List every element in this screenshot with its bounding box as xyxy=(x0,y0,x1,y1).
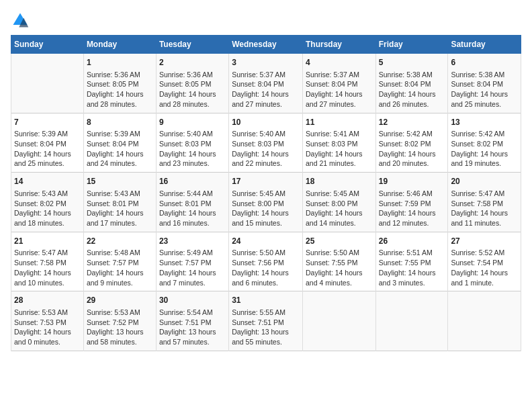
calendar-week-row: 14Sunrise: 5:43 AM Sunset: 8:02 PM Dayli… xyxy=(11,173,521,232)
weekday-header-row: SundayMondayTuesdayWednesdayThursdayFrid… xyxy=(11,36,521,54)
calendar-cell: 10Sunrise: 5:40 AM Sunset: 8:03 PM Dayli… xyxy=(229,113,303,173)
day-info: Sunrise: 5:53 AM Sunset: 7:53 PM Dayligh… xyxy=(14,308,81,347)
day-info: Sunrise: 5:50 AM Sunset: 7:55 PM Dayligh… xyxy=(306,248,373,287)
calendar-cell: 18Sunrise: 5:45 AM Sunset: 8:00 PM Dayli… xyxy=(302,173,375,232)
day-info: Sunrise: 5:47 AM Sunset: 7:58 PM Dayligh… xyxy=(451,189,518,228)
logo xyxy=(11,11,32,30)
day-info: Sunrise: 5:47 AM Sunset: 7:58 PM Dayligh… xyxy=(14,248,81,287)
weekday-header-saturday: Saturday xyxy=(448,36,521,54)
calendar-cell: 27Sunrise: 5:52 AM Sunset: 7:54 PM Dayli… xyxy=(448,232,521,291)
day-info: Sunrise: 5:41 AM Sunset: 8:03 PM Dayligh… xyxy=(306,129,373,169)
calendar-cell: 23Sunrise: 5:49 AM Sunset: 7:57 PM Dayli… xyxy=(156,232,228,291)
day-info: Sunrise: 5:40 AM Sunset: 8:03 PM Dayligh… xyxy=(159,129,226,169)
day-number: 5 xyxy=(379,57,445,68)
calendar-cell: 11Sunrise: 5:41 AM Sunset: 8:03 PM Dayli… xyxy=(302,113,375,173)
calendar-cell: 7Sunrise: 5:39 AM Sunset: 8:04 PM Daylig… xyxy=(11,113,84,173)
calendar-cell: 20Sunrise: 5:47 AM Sunset: 7:58 PM Dayli… xyxy=(448,173,521,232)
day-info: Sunrise: 5:37 AM Sunset: 8:04 PM Dayligh… xyxy=(232,70,300,109)
day-info: Sunrise: 5:43 AM Sunset: 8:02 PM Dayligh… xyxy=(14,189,81,228)
day-info: Sunrise: 5:45 AM Sunset: 8:00 PM Dayligh… xyxy=(306,189,373,228)
day-number: 8 xyxy=(87,117,153,128)
day-info: Sunrise: 5:38 AM Sunset: 8:04 PM Dayligh… xyxy=(379,70,445,109)
calendar-cell: 21Sunrise: 5:47 AM Sunset: 7:58 PM Dayli… xyxy=(11,232,84,291)
day-number: 21 xyxy=(14,236,81,247)
calendar-cell xyxy=(448,291,521,351)
calendar-cell xyxy=(11,54,84,113)
day-number: 24 xyxy=(232,236,300,247)
calendar-week-row: 7Sunrise: 5:39 AM Sunset: 8:04 PM Daylig… xyxy=(11,113,521,173)
day-number: 11 xyxy=(306,117,373,128)
day-number: 7 xyxy=(14,117,81,128)
weekday-header-sunday: Sunday xyxy=(11,36,84,54)
day-number: 9 xyxy=(159,117,226,128)
weekday-header-monday: Monday xyxy=(83,36,156,54)
weekday-header-tuesday: Tuesday xyxy=(156,36,228,54)
calendar-cell: 19Sunrise: 5:46 AM Sunset: 7:59 PM Dayli… xyxy=(375,173,448,232)
day-info: Sunrise: 5:43 AM Sunset: 8:01 PM Dayligh… xyxy=(87,189,153,228)
logo-icon xyxy=(11,11,30,30)
day-info: Sunrise: 5:40 AM Sunset: 8:03 PM Dayligh… xyxy=(232,129,300,169)
calendar-cell: 2Sunrise: 5:36 AM Sunset: 8:05 PM Daylig… xyxy=(156,54,228,113)
day-number: 10 xyxy=(232,117,300,128)
calendar-cell xyxy=(375,291,448,351)
day-number: 18 xyxy=(306,176,373,187)
day-info: Sunrise: 5:52 AM Sunset: 7:54 PM Dayligh… xyxy=(451,248,518,287)
calendar-cell: 14Sunrise: 5:43 AM Sunset: 8:02 PM Dayli… xyxy=(11,173,84,232)
calendar-table: SundayMondayTuesdayWednesdayThursdayFrid… xyxy=(11,35,521,351)
weekday-header-thursday: Thursday xyxy=(302,36,375,54)
calendar-cell: 4Sunrise: 5:37 AM Sunset: 8:04 PM Daylig… xyxy=(302,54,375,113)
weekday-header-wednesday: Wednesday xyxy=(229,36,303,54)
calendar-week-row: 28Sunrise: 5:53 AM Sunset: 7:53 PM Dayli… xyxy=(11,291,521,351)
page-header xyxy=(11,11,521,30)
calendar-cell: 16Sunrise: 5:44 AM Sunset: 8:01 PM Dayli… xyxy=(156,173,228,232)
day-info: Sunrise: 5:42 AM Sunset: 8:02 PM Dayligh… xyxy=(379,129,445,169)
day-number: 28 xyxy=(14,295,81,306)
calendar-cell: 8Sunrise: 5:39 AM Sunset: 8:04 PM Daylig… xyxy=(83,113,156,173)
calendar-cell: 22Sunrise: 5:48 AM Sunset: 7:57 PM Dayli… xyxy=(83,232,156,291)
day-info: Sunrise: 5:44 AM Sunset: 8:01 PM Dayligh… xyxy=(159,189,226,228)
calendar-cell: 30Sunrise: 5:54 AM Sunset: 7:51 PM Dayli… xyxy=(156,291,228,351)
calendar-cell: 28Sunrise: 5:53 AM Sunset: 7:53 PM Dayli… xyxy=(11,291,84,351)
day-number: 27 xyxy=(451,236,518,247)
day-number: 16 xyxy=(159,176,226,187)
weekday-header-friday: Friday xyxy=(375,36,448,54)
day-info: Sunrise: 5:36 AM Sunset: 8:05 PM Dayligh… xyxy=(159,70,226,109)
day-info: Sunrise: 5:42 AM Sunset: 8:02 PM Dayligh… xyxy=(451,129,518,169)
day-info: Sunrise: 5:48 AM Sunset: 7:57 PM Dayligh… xyxy=(87,248,153,287)
day-number: 4 xyxy=(306,57,373,68)
day-info: Sunrise: 5:51 AM Sunset: 7:55 PM Dayligh… xyxy=(379,248,445,287)
day-number: 13 xyxy=(451,117,518,128)
calendar-cell xyxy=(302,291,375,351)
calendar-week-row: 1Sunrise: 5:36 AM Sunset: 8:05 PM Daylig… xyxy=(11,54,521,113)
calendar-cell: 3Sunrise: 5:37 AM Sunset: 8:04 PM Daylig… xyxy=(229,54,303,113)
day-number: 19 xyxy=(379,176,445,187)
day-number: 1 xyxy=(87,57,153,68)
day-info: Sunrise: 5:39 AM Sunset: 8:04 PM Dayligh… xyxy=(87,129,153,169)
day-info: Sunrise: 5:53 AM Sunset: 7:52 PM Dayligh… xyxy=(87,308,153,347)
calendar-cell: 1Sunrise: 5:36 AM Sunset: 8:05 PM Daylig… xyxy=(83,54,156,113)
calendar-cell: 6Sunrise: 5:38 AM Sunset: 8:04 PM Daylig… xyxy=(448,54,521,113)
day-number: 31 xyxy=(232,295,300,306)
day-number: 25 xyxy=(306,236,373,247)
day-info: Sunrise: 5:45 AM Sunset: 8:00 PM Dayligh… xyxy=(232,189,300,228)
day-info: Sunrise: 5:46 AM Sunset: 7:59 PM Dayligh… xyxy=(379,189,445,228)
day-number: 15 xyxy=(87,176,153,187)
day-number: 3 xyxy=(232,57,300,68)
calendar-cell: 31Sunrise: 5:55 AM Sunset: 7:51 PM Dayli… xyxy=(229,291,303,351)
calendar-cell: 12Sunrise: 5:42 AM Sunset: 8:02 PM Dayli… xyxy=(375,113,448,173)
day-info: Sunrise: 5:54 AM Sunset: 7:51 PM Dayligh… xyxy=(159,308,226,347)
day-info: Sunrise: 5:55 AM Sunset: 7:51 PM Dayligh… xyxy=(232,308,300,347)
calendar-cell: 9Sunrise: 5:40 AM Sunset: 8:03 PM Daylig… xyxy=(156,113,228,173)
calendar-week-row: 21Sunrise: 5:47 AM Sunset: 7:58 PM Dayli… xyxy=(11,232,521,291)
day-info: Sunrise: 5:49 AM Sunset: 7:57 PM Dayligh… xyxy=(159,248,226,287)
calendar-cell: 15Sunrise: 5:43 AM Sunset: 8:01 PM Dayli… xyxy=(83,173,156,232)
calendar-cell: 17Sunrise: 5:45 AM Sunset: 8:00 PM Dayli… xyxy=(229,173,303,232)
calendar-cell: 29Sunrise: 5:53 AM Sunset: 7:52 PM Dayli… xyxy=(83,291,156,351)
day-info: Sunrise: 5:39 AM Sunset: 8:04 PM Dayligh… xyxy=(14,129,81,169)
calendar-cell: 25Sunrise: 5:50 AM Sunset: 7:55 PM Dayli… xyxy=(302,232,375,291)
day-number: 30 xyxy=(159,295,226,306)
calendar-cell: 13Sunrise: 5:42 AM Sunset: 8:02 PM Dayli… xyxy=(448,113,521,173)
day-number: 23 xyxy=(159,236,226,247)
day-number: 6 xyxy=(451,57,518,68)
day-number: 26 xyxy=(379,236,445,247)
